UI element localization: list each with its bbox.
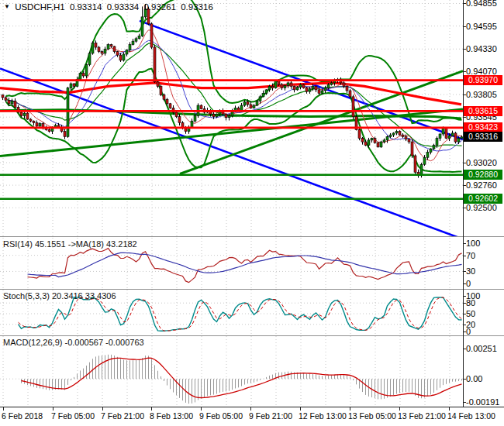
symbol-dropdown-icon[interactable]: ▼ xyxy=(4,3,10,10)
quote-close: 0.93316 xyxy=(181,2,213,12)
price-badge: 0.93970 xyxy=(464,75,502,85)
macd-tick-label: -0.00191 xyxy=(466,397,499,407)
rsi-label: RSI(14) 45.1551 ->MA(18) 43.2182 xyxy=(3,239,137,249)
time-label: 12 Feb 13:00 xyxy=(299,411,347,421)
time-label: 6 Feb 2018 xyxy=(2,411,43,421)
time-tick-mark xyxy=(53,407,54,411)
quote-open: 0.93314 xyxy=(70,2,102,12)
price-tick-label: 0.92760 xyxy=(466,180,497,190)
macd-tick-label: 0.00 xyxy=(466,374,482,383)
time-tick-mark xyxy=(102,407,103,411)
time-label: 13 Feb 05:00 xyxy=(348,411,396,421)
stoch-tick-label: 80 xyxy=(466,298,475,307)
rsi-tick-label: 30 xyxy=(466,266,475,276)
pane-separator xyxy=(0,236,504,237)
time-label: 8 Feb 13:00 xyxy=(150,411,193,421)
stoch-tick-label: 50 xyxy=(466,309,475,318)
price-tick-label: 0.93020 xyxy=(466,158,497,167)
time-tick-mark xyxy=(151,407,152,411)
price-badge: 0.93615 xyxy=(464,106,502,116)
time-tick-mark xyxy=(399,407,400,411)
time-tick-mark xyxy=(3,407,4,411)
time-axis-line xyxy=(0,407,504,407)
price-tick-label: 0.93805 xyxy=(466,90,497,99)
time-label: 13 Feb 21:00 xyxy=(398,411,446,421)
time-tick-mark xyxy=(250,407,251,411)
price-badge: 0.93316 xyxy=(464,132,502,142)
rsi-tick-label: 0 xyxy=(466,279,471,288)
price-badge: 0.92880 xyxy=(464,170,502,180)
time-label: 14 Feb 13:00 xyxy=(447,411,495,421)
time-tick-mark xyxy=(350,407,350,411)
symbol-bar: ▼ USDCHF,H1 0.93314 0.93334 0.93261 0.93… xyxy=(4,2,216,12)
symbol-label: USDCHF,H1 xyxy=(15,2,65,12)
time-label: 7 Feb 21:00 xyxy=(101,411,144,421)
price-tick-label: 0.94595 xyxy=(466,22,497,31)
main-plot[interactable] xyxy=(0,0,504,236)
pane-separator xyxy=(0,335,504,336)
time-tick-mark xyxy=(449,407,450,411)
stoch-label: Stoch(5,3,3) 20.3416 33.4306 xyxy=(3,291,116,301)
price-tick-label: 0.94330 xyxy=(466,44,497,53)
price-tick-label: 0.94855 xyxy=(466,0,497,8)
price-tick-label: 0.92500 xyxy=(466,203,497,212)
stoch-tick-label: 0 xyxy=(466,327,471,336)
time-label: 7 Feb 05:00 xyxy=(51,411,95,421)
macd-label: MACD(12,26,9) -0.000567 -0.000763 xyxy=(3,338,144,347)
quote-low: 0.93261 xyxy=(143,2,176,12)
rsi-tick-label: 70 xyxy=(466,251,475,260)
macd-tick-label: 0.00251 xyxy=(466,344,497,353)
time-label: 9 Feb 21:00 xyxy=(249,411,292,421)
time-label: 9 Feb 05:00 xyxy=(199,411,243,421)
quote-high: 0.93334 xyxy=(107,2,140,12)
chart-window: ▼ USDCHF,H1 0.93314 0.93334 0.93261 0.93… xyxy=(0,0,504,426)
rsi-tick-label: 100 xyxy=(466,239,480,248)
price-badge: 0.92602 xyxy=(464,194,502,204)
time-tick-mark xyxy=(201,407,202,411)
pane-separator xyxy=(0,289,504,290)
time-tick-mark xyxy=(300,407,301,411)
